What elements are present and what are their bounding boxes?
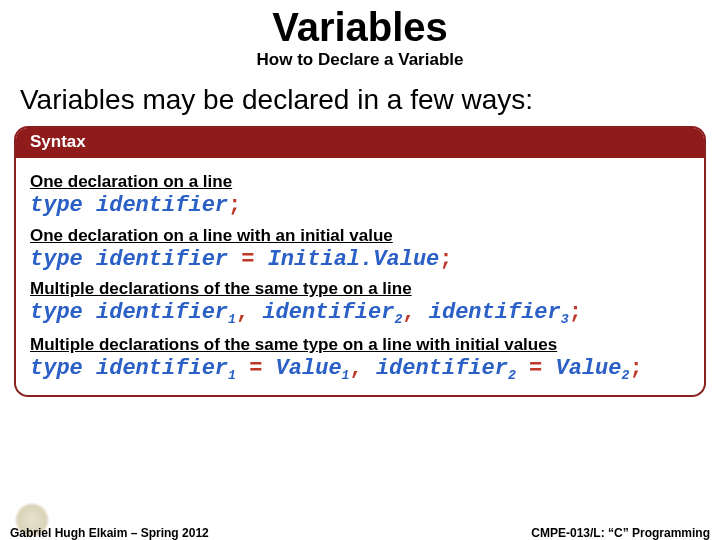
token-type: type	[30, 247, 83, 272]
code-line: type identifier1 = Value1, identifier2 =…	[30, 355, 690, 385]
syntax-body: One declaration on a line type identifie…	[16, 158, 704, 395]
code-line: type identifier1, identifier2, identifie…	[30, 299, 690, 329]
token-value: Value	[276, 356, 342, 381]
footer: Gabriel Hugh Elkaim – Spring 2012 CMPE-0…	[0, 526, 720, 540]
section-one-per-line-init: One declaration on a line with an initia…	[30, 226, 690, 274]
section-label: One declaration on a line with an initia…	[30, 226, 690, 246]
token-sub: 3	[561, 312, 569, 327]
section-multi: Multiple declarations of the same type o…	[30, 279, 690, 329]
token-sub: 1	[228, 368, 236, 383]
token-value: Value	[555, 356, 621, 381]
token-identifier: identifier	[262, 300, 394, 325]
token-identifier: identifier	[96, 300, 228, 325]
page-subtitle: How to Declare a Variable	[0, 50, 720, 70]
token-eq: =	[241, 247, 267, 272]
token-semi: ;	[228, 193, 241, 218]
token-type: type	[30, 193, 83, 218]
token-identifier: identifier	[429, 300, 561, 325]
token-comma: ,	[402, 300, 428, 325]
token-identifier: identifier	[96, 356, 228, 381]
token-semi: ;	[629, 356, 642, 381]
token-identifier: identifier	[376, 356, 508, 381]
token-semi: ;	[439, 247, 452, 272]
token-initial-value: Initial.Value	[268, 247, 440, 272]
token-comma: ,	[236, 300, 262, 325]
token-sub: 1	[228, 312, 236, 327]
syntax-box: Syntax One declaration on a line type id…	[14, 126, 706, 397]
token-eq: =	[529, 356, 555, 381]
section-label: Multiple declarations of the same type o…	[30, 279, 690, 299]
page-title: Variables	[0, 6, 720, 48]
token-type: type	[30, 300, 83, 325]
code-line: type identifier;	[30, 192, 690, 220]
footer-left: Gabriel Hugh Elkaim – Spring 2012	[10, 526, 209, 540]
code-line: type identifier = Initial.Value;	[30, 246, 690, 274]
token-identifier: identifier	[96, 247, 228, 272]
token-sub: 2	[508, 368, 516, 383]
lead-text: Variables may be declared in a few ways:	[20, 84, 720, 116]
syntax-header: Syntax	[16, 128, 704, 158]
slide: Variables How to Declare a Variable Vari…	[0, 6, 720, 540]
token-sub: 1	[342, 368, 350, 383]
token-comma: ,	[350, 356, 376, 381]
section-label: One declaration on a line	[30, 172, 690, 192]
section-one-per-line: One declaration on a line type identifie…	[30, 172, 690, 220]
token-identifier: identifier	[96, 193, 228, 218]
footer-right: CMPE-013/L: “C” Programming	[531, 526, 710, 540]
section-label: Multiple declarations of the same type o…	[30, 335, 690, 355]
token-eq: =	[249, 356, 275, 381]
section-multi-init: Multiple declarations of the same type o…	[30, 335, 690, 385]
token-type: type	[30, 356, 83, 381]
token-semi: ;	[569, 300, 582, 325]
